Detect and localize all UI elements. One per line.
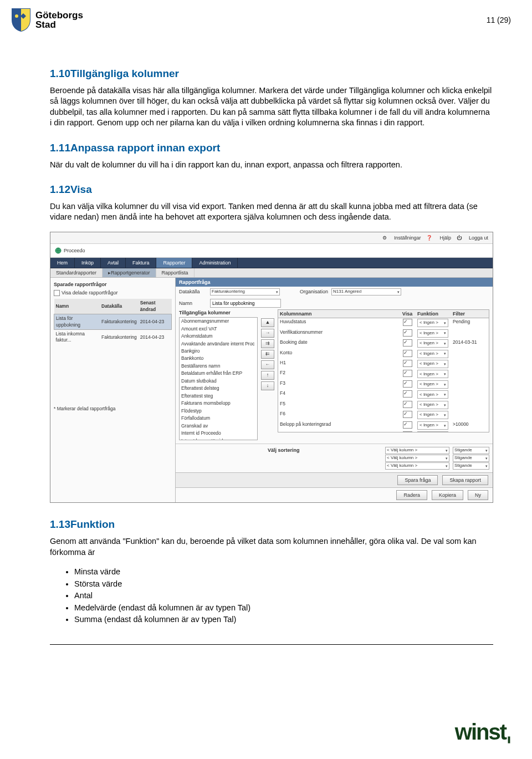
logo-line1: Göteborgs xyxy=(35,11,83,20)
settings-link[interactable]: ⚙ Inställningar xyxy=(382,235,421,241)
sort-dir-3[interactable]: Stigande xyxy=(453,462,489,470)
heading-1-12: 1.12Visa xyxy=(50,182,493,197)
available-columns-list[interactable]: AbonnemangsnummerAmount excl VATAnkomstd… xyxy=(179,317,258,440)
help-link[interactable]: ❓ Hjälp xyxy=(426,235,451,241)
page-number: 11 (29) xyxy=(487,16,511,24)
heading-1-11: 1.11Anpassa rapport innan export xyxy=(50,141,493,155)
create-report-button[interactable]: Skapa rapport xyxy=(442,475,488,485)
heading-1-10: 1.10Tillgängliga kolumner xyxy=(50,67,493,81)
datasource-select[interactable]: Fakturakontering xyxy=(210,288,280,296)
available-col-item[interactable]: Internt leverantörsid xyxy=(180,437,257,441)
brand-bar: Proceedo xyxy=(50,244,493,258)
function-list-item: Största värde xyxy=(74,579,493,590)
available-col-item[interactable]: Bankkonto xyxy=(180,355,257,362)
available-col-item[interactable]: Amount excl VAT xyxy=(180,325,257,333)
sub-tab[interactable]: ▸Rapportgenerator xyxy=(103,268,156,277)
logout-link[interactable]: ⏻ Logga ut xyxy=(457,235,488,241)
saved-query-row[interactable]: Lista för uppbokningFakturakontering2014… xyxy=(54,314,172,330)
show-shared-checkbox[interactable] xyxy=(54,290,60,296)
sort-col-2[interactable]: < Välj kolumn > xyxy=(385,455,449,462)
footer-logo: winstˌ xyxy=(455,719,511,745)
move-button[interactable]: ← xyxy=(261,360,274,369)
svg-point-0 xyxy=(15,14,18,18)
function-list-item: Summa (endast då kolumnen är av typen Ta… xyxy=(74,614,493,625)
copy-button[interactable]: Kopiera xyxy=(432,490,463,500)
query-head: Rapportfråga xyxy=(176,278,493,287)
save-query-button[interactable]: Spara fråga xyxy=(397,475,438,485)
function-list-item: Minsta värde xyxy=(74,567,493,578)
move-button[interactable]: ⇉ xyxy=(261,339,274,348)
available-col-item[interactable]: Fakturans momsbelopp xyxy=(180,400,257,407)
chosen-col-row[interactable]: Konto< Ingen > xyxy=(278,349,489,359)
sort-dir-1[interactable]: Stigande xyxy=(453,447,489,454)
chosen-col-row[interactable]: F2< Ingen > xyxy=(278,369,489,379)
sub-tab[interactable]: Rapportlista xyxy=(156,268,195,277)
chosen-col-row[interactable]: F4< Ingen > xyxy=(278,390,489,400)
saved-queries-title: Sparade rapportfrågor xyxy=(54,281,172,288)
chosen-col-row[interactable]: Booking date< Ingen >2014-03-31 xyxy=(278,339,489,349)
move-button[interactable]: ↑ xyxy=(261,371,274,380)
available-col-item[interactable]: Ankomstdatum xyxy=(180,333,257,340)
logo-line2: Stad xyxy=(35,20,83,29)
nav-tab[interactable]: Inköp xyxy=(75,258,101,268)
available-col-item[interactable]: Granskad av xyxy=(180,422,257,430)
chosen-col-row[interactable]: F3< Ingen > xyxy=(278,380,489,390)
nav-tab[interactable]: Rapporter xyxy=(156,258,192,268)
available-col-item[interactable]: Datum slutbokad xyxy=(180,378,257,385)
available-col-item[interactable]: Efterattest steg xyxy=(180,393,257,400)
nav-tab[interactable]: Administration xyxy=(192,258,238,268)
available-col-item[interactable]: Abonnemangsnummer xyxy=(180,318,257,325)
delete-button[interactable]: Radera xyxy=(396,490,427,500)
para-1-12: Du kan välja vilka kolumner du vill visa… xyxy=(50,201,493,223)
move-button[interactable]: → xyxy=(261,329,274,338)
heading-1-13: 1.13Funktion xyxy=(50,517,493,532)
globe-icon xyxy=(55,247,62,254)
para-1-10: Beroende på datakälla visas här alla til… xyxy=(50,85,493,129)
available-col-item[interactable]: Förfallodatum xyxy=(180,415,257,422)
move-button[interactable]: ⇇ xyxy=(261,350,274,359)
shared-footnote: * Markerar delad rapportfråga xyxy=(54,406,172,412)
sort-col-3[interactable]: < Välj kolumn > xyxy=(385,462,449,470)
nav-tab[interactable]: Faktura xyxy=(126,258,157,268)
name-input[interactable] xyxy=(210,299,281,308)
para-1-11: När du valt de kolumner du vill ha i din… xyxy=(50,160,493,171)
move-button[interactable]: ↓ xyxy=(261,381,274,390)
available-col-item[interactable]: Beställarens namn xyxy=(180,363,257,370)
available-col-item[interactable]: Betaldatum erhållet från ERP xyxy=(180,370,257,377)
available-col-item[interactable]: Avvaktande användare internt Proc xyxy=(180,340,257,348)
chosen-col-row[interactable]: Huvudstatus< Ingen >Pending xyxy=(278,318,489,328)
org-select[interactable]: N131 Angered xyxy=(331,288,401,296)
sort-dir-2[interactable]: Stigande xyxy=(453,455,489,462)
sub-tab[interactable]: Standardrapporter xyxy=(50,268,103,277)
available-col-item[interactable]: Flödestyp xyxy=(180,407,257,415)
footer-rule xyxy=(50,644,493,645)
available-col-item[interactable]: Efterattest delsteg xyxy=(180,385,257,392)
chosen-col-row[interactable]: H1< Ingen > xyxy=(278,359,489,369)
embedded-screenshot: ⚙ Inställningar ❓ Hjälp ⏻ Logga ut Proce… xyxy=(50,232,493,503)
available-col-item[interactable]: Internt id Proceedo xyxy=(180,430,257,437)
new-button[interactable]: Ny xyxy=(468,490,488,500)
chosen-columns-list[interactable]: Huvudstatus< Ingen >PendingVerifikations… xyxy=(278,318,489,432)
chosen-col-row[interactable]: F7< Ingen > xyxy=(278,431,489,432)
function-list-item: Medelvärde (endast då kolumnen är av typ… xyxy=(74,603,493,614)
chosen-col-row[interactable]: Belopp på konteringsrad< Ingen >>10000 xyxy=(278,421,489,431)
function-list-item: Antal xyxy=(74,590,493,602)
city-shield-icon xyxy=(11,8,31,32)
chosen-col-row[interactable]: Verifikationsnummer< Ingen > xyxy=(278,329,489,339)
header-logo: Göteborgs Stad xyxy=(11,8,83,32)
nav-tab[interactable]: Avtal xyxy=(101,258,126,268)
sort-col-1[interactable]: < Välj kolumn > xyxy=(385,447,449,454)
saved-query-row[interactable]: Lista inkomna faktur...Fakturakontering2… xyxy=(54,330,172,345)
para-1-13: Genom att använda "Funktion" kan du, ber… xyxy=(50,536,493,558)
nav-tab[interactable]: Hem xyxy=(50,258,75,268)
chosen-col-row[interactable]: F5< Ingen > xyxy=(278,400,489,410)
chosen-col-row[interactable]: F6< Ingen > xyxy=(278,410,489,420)
move-button[interactable]: ▲ xyxy=(261,318,274,327)
available-col-item[interactable]: Bankgiro xyxy=(180,348,257,355)
